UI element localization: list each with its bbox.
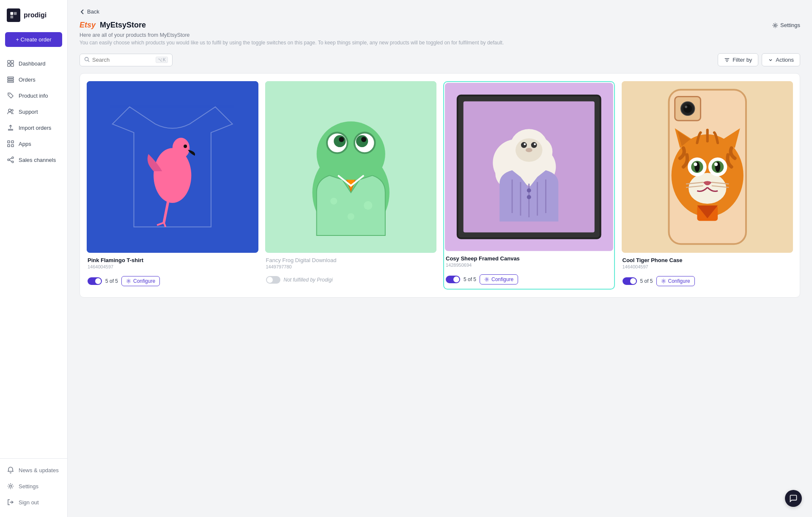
sidebar-item-apps[interactable]: Apps [0, 136, 67, 152]
configure-button-1[interactable]: Configure [121, 276, 160, 286]
svg-point-22 [10, 485, 12, 487]
store-title-row: Etsy MyEtsyStore [80, 21, 146, 30]
product-toggle-2[interactable] [266, 276, 280, 284]
svg-point-25 [85, 57, 88, 60]
product-id-2: 1449797780 [266, 264, 436, 269]
svg-rect-6 [11, 64, 14, 66]
svg-point-88 [714, 163, 717, 166]
svg-point-71 [527, 195, 531, 199]
svg-point-48 [364, 201, 372, 210]
gear-icon [7, 482, 14, 490]
back-link[interactable]: Back [80, 8, 800, 15]
product-card-2: Fancy Frog Digital Download 1449797780 N… [265, 81, 437, 290]
svg-point-45 [339, 137, 344, 142]
sidebar-item-label: Settings [19, 483, 38, 490]
svg-point-64 [526, 148, 532, 152]
svg-rect-1 [14, 12, 17, 15]
etsy-badge: Etsy [80, 21, 96, 30]
svg-rect-4 [11, 60, 14, 63]
sidebar-item-label: News & updates [19, 467, 59, 473]
svg-line-20 [9, 158, 12, 159]
sidebar-item-import-orders[interactable]: Import orders [0, 120, 67, 136]
search-box[interactable]: ⌥K [80, 54, 173, 66]
sidebar-item-settings[interactable]: Settings [0, 478, 67, 494]
svg-line-21 [9, 160, 12, 161]
svg-rect-14 [11, 141, 14, 143]
product-name-4: Cool Tiger Phone Case [623, 257, 793, 263]
svg-line-26 [88, 60, 89, 61]
svg-rect-16 [11, 145, 14, 147]
product-id-1: 1464004597 [88, 264, 258, 269]
svg-point-11 [8, 109, 11, 112]
tag-icon [7, 92, 14, 99]
svg-rect-3 [8, 60, 10, 63]
toolbar: ⌥K Filter by Actions [80, 53, 800, 66]
product-card-1: Pink Flamingo T-shirt 1464004597 5 of 5 … [87, 81, 258, 290]
svg-rect-8 [8, 79, 14, 80]
product-card-3: Cosy Sheep Framed Canvas 1428950694 5 of… [443, 81, 615, 290]
configure-button-3[interactable]: Configure [480, 274, 518, 284]
chat-bubble[interactable] [785, 490, 802, 507]
svg-point-49 [347, 213, 354, 220]
actions-button[interactable]: Actions [762, 53, 800, 66]
product-id-4: 1464004597 [623, 264, 793, 269]
logo-icon [7, 8, 20, 22]
not-fulfilled-text-2: Not fulfilled by Prodigi [284, 277, 333, 283]
create-order-button[interactable]: + Create order [5, 32, 62, 47]
product-toggle-3[interactable] [446, 276, 460, 283]
filter-button[interactable]: Filter by [718, 53, 758, 66]
svg-point-63 [534, 143, 536, 145]
product-image-2 [265, 81, 437, 253]
product-id-3: 1428950694 [446, 263, 612, 268]
sidebar-item-label: Support [19, 109, 38, 115]
nav-section: Dashboard Orders Product info Support Im… [0, 54, 67, 458]
sidebar-bottom: News & updates Settings Sign out [0, 458, 67, 517]
configure-button-4[interactable]: Configure [656, 276, 695, 286]
svg-point-32 [173, 138, 190, 159]
svg-point-19 [12, 161, 14, 163]
sidebar-item-news-updates[interactable]: News & updates [0, 462, 67, 478]
channels-icon [7, 156, 14, 164]
product-info-3: Cosy Sheep Framed Canvas 1428950694 [445, 251, 613, 274]
svg-rect-0 [11, 12, 14, 15]
sidebar-item-sales-channels[interactable]: Sales channels [0, 152, 67, 168]
svg-point-70 [527, 188, 531, 192]
svg-point-78 [685, 106, 687, 108]
sidebar-item-dashboard[interactable]: Dashboard [0, 55, 67, 71]
variants-text-3: 5 of 5 [464, 276, 476, 282]
product-toggle-1[interactable] [88, 277, 102, 285]
sidebar-item-label: Import orders [19, 125, 51, 131]
product-info-1: Pink Flamingo T-shirt 1464004597 [87, 253, 258, 276]
svg-point-47 [330, 198, 337, 205]
svg-rect-13 [8, 141, 10, 143]
product-card-4: Cool Tiger Phone Case 1464004597 5 of 5 … [622, 81, 793, 290]
svg-point-94 [663, 280, 664, 282]
product-actions-2: Not fulfilled by Prodigi [265, 276, 437, 287]
sidebar-item-sign-out[interactable]: Sign out [0, 494, 67, 510]
store-header: Etsy MyEtsyStore Settings [80, 21, 800, 30]
search-input[interactable] [92, 57, 153, 63]
settings-label: Settings [780, 22, 800, 28]
grid-icon [7, 60, 14, 67]
sidebar-item-product-info[interactable]: Product info [0, 88, 67, 104]
settings-link[interactable]: Settings [772, 22, 800, 28]
svg-point-77 [683, 104, 691, 113]
svg-point-18 [12, 157, 14, 159]
svg-point-17 [8, 159, 9, 161]
sidebar-item-support[interactable]: Support [0, 104, 67, 120]
toolbar-right: Filter by Actions [718, 53, 800, 66]
products-grid: Pink Flamingo T-shirt 1464004597 5 of 5 … [87, 81, 793, 290]
sidebar-item-label: Sales channels [19, 157, 56, 163]
svg-point-33 [184, 145, 187, 148]
description-2: You can easily choose which products you… [80, 40, 800, 46]
product-toggle-4[interactable] [623, 277, 637, 285]
svg-rect-2 [11, 16, 14, 19]
store-name: MyEtsyStore [100, 21, 146, 30]
svg-rect-9 [8, 81, 14, 82]
apps-icon [7, 140, 14, 148]
sidebar-item-orders[interactable]: Orders [0, 71, 67, 88]
product-info-4: Cool Tiger Phone Case 1464004597 [622, 253, 793, 276]
svg-point-62 [524, 143, 526, 145]
product-image-1 [87, 81, 258, 253]
svg-rect-15 [8, 145, 10, 147]
